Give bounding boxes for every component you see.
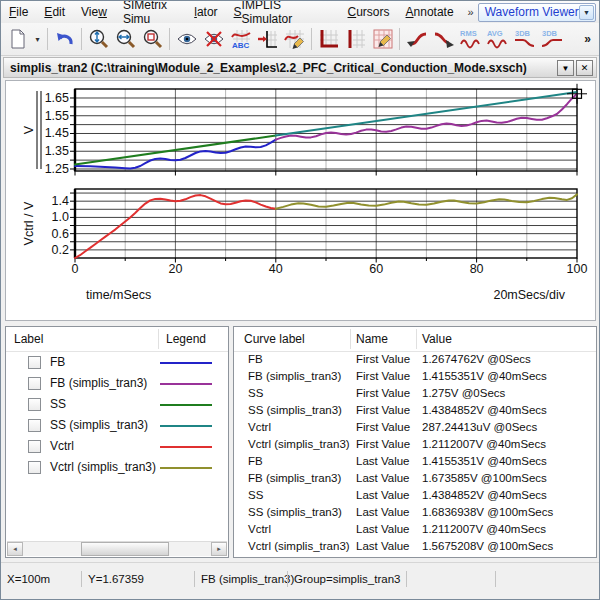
viewer-select[interactable]: Waveform Viewer ▼ <box>478 3 596 22</box>
legend-row[interactable]: FB <box>6 352 228 373</box>
menu-item-file[interactable]: File <box>1 1 36 23</box>
curve-value-row[interactable]: FB (simplis_tran3)First Value1.4155351V … <box>234 369 596 386</box>
db3-lowpass-button[interactable]: 3DB <box>511 26 538 52</box>
curve-value-row[interactable]: FBLast Value1.4155351V @40mSecs <box>234 454 596 471</box>
menu-item-simplis-simulator[interactable]: SIMPLIS Simulator <box>226 1 340 23</box>
menu-item-edit[interactable]: Edit <box>36 1 73 23</box>
menu-bar-items: FileEditViewSIMetrix SimulatorSIMPLIS Si… <box>1 1 462 23</box>
value-name: First Value <box>356 438 410 450</box>
legend-row[interactable]: Vctrl (simplis_tran3) <box>6 457 228 478</box>
rms-button[interactable]: RMS <box>457 26 484 52</box>
value-name: First Value <box>356 404 410 416</box>
menu-overflow-chevron[interactable]: » <box>464 6 478 18</box>
curve-checkbox[interactable] <box>28 461 41 474</box>
y-tick-label: 0.2 <box>52 243 69 257</box>
curve-label-button[interactable]: ABC <box>227 26 254 52</box>
curve-value-row[interactable]: SSFirst Value1.275V @0Secs <box>234 386 596 403</box>
menu-item-view[interactable]: View <box>73 1 115 23</box>
x-tick-label: 0 <box>72 262 79 276</box>
curve-checkbox[interactable] <box>28 398 41 411</box>
y-tick-label: 1.45 <box>45 126 69 140</box>
curve-color-sample <box>160 404 212 406</box>
status-empty <box>407 569 495 589</box>
column-divider[interactable] <box>350 329 351 349</box>
close-button[interactable]: ✕ <box>576 60 593 76</box>
graph-title-bar[interactable]: simplis_tran2 (C:\training\Module_2_Exam… <box>3 57 597 78</box>
curve-checkbox[interactable] <box>28 419 41 432</box>
move-curve-button[interactable] <box>254 26 281 52</box>
scroll-left-arrow-icon[interactable]: ◂ <box>7 542 23 556</box>
add-grid-button[interactable] <box>342 26 369 52</box>
graph-canvas[interactable]: 1.651.551.451.351.25V1.41.00.60.2Vctrl /… <box>6 81 595 320</box>
legend-row[interactable]: SS (simplis_tran3) <box>6 415 228 436</box>
svg-text:3DB: 3DB <box>515 29 531 38</box>
y-axis-label[interactable]: Vctrl / V <box>22 201 36 245</box>
value-text: 1.4384852V @40mSecs <box>422 404 547 416</box>
svg-text:3DB: 3DB <box>542 29 558 38</box>
curve-value-row[interactable]: FB (simplis_tran3)Last Value1.673585V @1… <box>234 471 596 488</box>
scroll-right-arrow-icon[interactable]: ▸ <box>211 542 227 556</box>
avg-button[interactable]: AVG <box>484 26 511 52</box>
undo-button[interactable] <box>51 26 78 52</box>
db3-highpass-button[interactable]: 3DB <box>538 26 565 52</box>
curve-fall-button[interactable] <box>430 26 457 52</box>
legend-row[interactable]: FB (simplis_tran3) <box>6 373 228 394</box>
show-curve-button[interactable] <box>173 26 200 52</box>
toolbar-separator <box>47 28 48 50</box>
new-graph-dropdown-button[interactable]: ▾ <box>31 26 44 52</box>
chevron-down-icon[interactable]: ▼ <box>579 5 594 20</box>
zoom-x-button[interactable] <box>112 26 139 52</box>
viewer-select-value: Waveform Viewer <box>479 5 579 19</box>
hide-curve-button[interactable] <box>200 26 227 52</box>
column-divider[interactable] <box>416 329 417 349</box>
curve-checkbox[interactable] <box>28 440 41 453</box>
horizontal-scrollbar[interactable]: ◂ ▸ <box>7 541 227 556</box>
curve-value-row[interactable]: SS (simplis_tran3)Last Value1.6836938V @… <box>234 505 596 522</box>
value-curve-label: Vctrl (simplis_tran3) <box>248 540 350 552</box>
legend-row[interactable]: Vctrl <box>6 436 228 457</box>
rms-icon: RMS <box>459 28 483 50</box>
legend-panel-header: Label Legend <box>6 327 228 352</box>
curve-value-row[interactable]: SSLast Value1.4384852V @40mSecs <box>234 488 596 505</box>
value-name: Last Value <box>356 489 410 501</box>
tab-list-button[interactable]: ▼ <box>557 60 574 76</box>
menu-item-simetrix-simulator[interactable]: SIMetrix Simulator <box>115 1 226 23</box>
edit-curve-button[interactable] <box>281 26 308 52</box>
curve-value-row[interactable]: VctrlFirst Value287.24413uV @0Secs <box>234 420 596 437</box>
curve-rise-button[interactable] <box>403 26 430 52</box>
menu-item-cursors[interactable]: Cursors <box>340 1 398 23</box>
svg-text:AVG: AVG <box>487 29 503 38</box>
column-divider[interactable] <box>158 329 159 349</box>
curve-value-row[interactable]: SS (simplis_tran3)First Value1.4384852V … <box>234 403 596 420</box>
edit-graph-button[interactable] <box>369 26 396 52</box>
curve-value-row[interactable]: FBFirst Value1.2674762V @0Secs <box>234 352 596 369</box>
y-tick-label: 1.55 <box>45 109 69 123</box>
status-cursor-y: Y=1.67359 <box>82 569 194 589</box>
curve-value-row[interactable]: Vctrl (simplis_tran3)First Value1.211200… <box>234 437 596 454</box>
zoom-y-button[interactable] <box>85 26 112 52</box>
dropdown-arrow-icon: ▾ <box>35 35 39 44</box>
toolbar-overflow-chevron[interactable]: » <box>584 32 591 46</box>
scrollbar-thumb[interactable] <box>81 542 169 556</box>
curve-label-column-header: Curve label <box>244 332 305 346</box>
curve-color-sample <box>160 446 212 448</box>
curve-value-row[interactable]: Vctrl (simplis_tran3)Last Value1.5675208… <box>234 539 596 556</box>
value-name: First Value <box>356 353 410 365</box>
move-curve-icon <box>257 28 279 50</box>
zoom-box-button[interactable] <box>139 26 166 52</box>
add-axis-button[interactable] <box>315 26 342 52</box>
undo-icon <box>54 28 76 50</box>
curve-checkbox[interactable] <box>28 356 41 369</box>
curve-checkbox[interactable] <box>28 377 41 390</box>
menu-item-annotate[interactable]: Annotate <box>398 1 462 23</box>
new-graph-button[interactable] <box>4 26 31 52</box>
curve-color-sample <box>160 362 212 364</box>
curve-value-row[interactable]: VctrlLast Value1.2112007V @40mSecs <box>234 522 596 539</box>
value-curve-label: SS (simplis_tran3) <box>248 506 342 518</box>
y-tick-label: 1.35 <box>45 144 69 158</box>
legend-row[interactable]: SS <box>6 394 228 415</box>
y-tick-label: 1.25 <box>45 162 69 176</box>
y-axis-label[interactable]: V <box>22 125 36 134</box>
legend-column-header: Legend <box>166 332 206 346</box>
legend-rows: FBFB (simplis_tran3)SSSS (simplis_tran3)… <box>6 352 228 478</box>
